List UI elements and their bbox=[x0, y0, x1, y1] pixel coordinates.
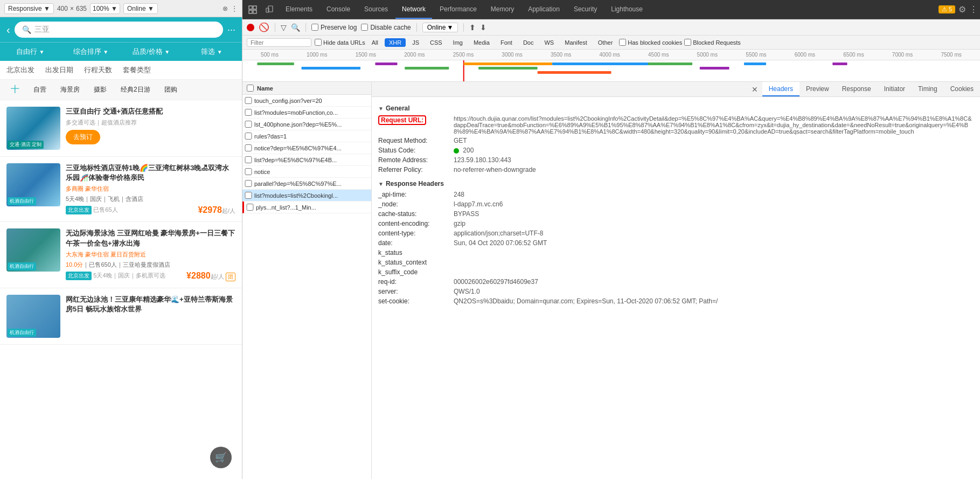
tag-classic-2day[interactable]: 经典2日游 bbox=[116, 84, 155, 95]
back-button[interactable]: ‹ bbox=[6, 24, 10, 36]
req-checkbox-6[interactable] bbox=[245, 168, 252, 175]
settings-icon[interactable]: ⚙ bbox=[958, 4, 966, 15]
select-all-checkbox[interactable] bbox=[247, 85, 254, 92]
filter-tab-sort[interactable]: 综合排序 ▼ bbox=[60, 43, 121, 61]
filter-input[interactable] bbox=[247, 38, 311, 47]
more-options-icon[interactable]: ⋮ bbox=[231, 5, 238, 12]
req-checkbox-5[interactable] bbox=[245, 156, 252, 163]
filter-btn-font[interactable]: Font bbox=[496, 38, 517, 47]
request-row-3[interactable]: rules?das=1 bbox=[242, 130, 371, 142]
filter-btn-css[interactable]: CSS bbox=[426, 38, 447, 47]
request-row-4[interactable]: notice?dep=%E5%8C%97%E4... bbox=[242, 142, 371, 154]
request-row-1[interactable]: list?modules=mobFunction,co... bbox=[242, 107, 371, 119]
download-icon[interactable]: ⬇ bbox=[480, 23, 486, 32]
hide-data-urls-checkbox[interactable] bbox=[315, 39, 322, 46]
record-button[interactable] bbox=[247, 24, 254, 31]
req-checkbox-1[interactable] bbox=[245, 109, 252, 116]
ruler-mark-1000: 1000 ms bbox=[307, 52, 327, 58]
has-blocked-cookies-checkbox[interactable] bbox=[619, 39, 626, 46]
blocked-requests-checkbox[interactable] bbox=[684, 39, 691, 46]
zoom-selector[interactable]: 100% ▼ bbox=[90, 3, 120, 14]
tag-add[interactable]: 十 bbox=[6, 83, 24, 96]
book-button-1[interactable]: 去预订 bbox=[66, 130, 100, 144]
preserve-log-label[interactable]: Preserve log bbox=[311, 24, 357, 31]
inspect-icon[interactable] bbox=[245, 0, 261, 19]
has-blocked-cookies-label[interactable]: Has blocked cookies bbox=[619, 39, 682, 46]
tab-application[interactable]: Application bbox=[522, 0, 566, 19]
price-unit-3: 起/人 bbox=[211, 273, 224, 280]
filter-tab-filter[interactable]: 筛选 ▼ bbox=[182, 43, 242, 61]
req-checkbox-7[interactable] bbox=[245, 180, 252, 187]
tab-lighthouse[interactable]: Lighthouse bbox=[604, 0, 649, 19]
search-icon[interactable]: 🔍 bbox=[291, 23, 300, 32]
product-card-2: 机酒自由行 三亚地标性酒店亚特1晚🌈三亚湾红树林3晚🏖双湾水乐园🎢体验奢华价格亲… bbox=[0, 157, 242, 222]
detail-tab-response[interactable]: Response bbox=[836, 82, 878, 96]
request-row-0[interactable]: touch_config.json?ver=20 bbox=[242, 95, 371, 107]
detail-tab-headers[interactable]: Headers bbox=[762, 82, 800, 96]
req-checkbox-8[interactable] bbox=[245, 192, 252, 199]
preserve-log-checkbox[interactable] bbox=[311, 24, 318, 31]
disable-cache-label[interactable]: Disable cache bbox=[361, 24, 411, 31]
tag-photo[interactable]: 摄影 bbox=[89, 84, 111, 95]
tab-network[interactable]: Network bbox=[395, 0, 432, 19]
online-button[interactable]: Online ▼ bbox=[422, 23, 458, 32]
filter-btn-all[interactable]: All bbox=[367, 38, 383, 47]
request-row-8[interactable]: list?modules=list%2Cbookingl... bbox=[242, 190, 371, 202]
detail-close-button[interactable]: ✕ bbox=[747, 82, 762, 96]
sub-filter-package[interactable]: 套餐类型 bbox=[123, 65, 151, 75]
filter-icon[interactable]: ▽ bbox=[281, 23, 287, 32]
toolbar-separator-2 bbox=[305, 23, 306, 32]
responsive-selector[interactable]: Responsive ▼ bbox=[4, 3, 54, 14]
request-row-5[interactable]: list?dep=%E5%8C%97%E4B... bbox=[242, 154, 371, 166]
request-row-9[interactable]: plys...nt_list?...1_Min... bbox=[242, 202, 371, 213]
hide-data-urls-label[interactable]: Hide data URLs bbox=[315, 39, 365, 46]
req-checkbox-2[interactable] bbox=[245, 121, 252, 128]
req-checkbox-4[interactable] bbox=[245, 144, 252, 151]
tag-self-op[interactable]: 自营 bbox=[29, 84, 51, 95]
req-checkbox-9[interactable] bbox=[246, 204, 254, 211]
detail-tab-cookies[interactable]: Cookies bbox=[944, 82, 980, 96]
detail-tab-preview[interactable]: Preview bbox=[800, 82, 836, 96]
tab-performance[interactable]: Performance bbox=[433, 0, 483, 19]
tag-sea-view[interactable]: 海景房 bbox=[56, 84, 84, 95]
filter-btn-other[interactable]: Other bbox=[594, 38, 617, 47]
request-row-7[interactable]: parallel?dep=%E5%8C%97%E... bbox=[242, 178, 371, 190]
filter-btn-xhr[interactable]: XHR bbox=[385, 38, 406, 47]
cart-button[interactable]: 🛒 bbox=[210, 447, 232, 468]
blocked-requests-label[interactable]: Blocked Requests bbox=[684, 39, 741, 46]
devtools-more-icon[interactable]: ⋮ bbox=[969, 4, 978, 15]
filter-btn-ws[interactable]: WS bbox=[540, 38, 558, 47]
request-row-2[interactable]: lst_400phone.json?dep=%E5%... bbox=[242, 119, 371, 130]
online-selector[interactable]: Online ▼ bbox=[123, 3, 158, 14]
tab-security[interactable]: Security bbox=[567, 0, 603, 19]
general-toggle[interactable]: ▼ bbox=[378, 106, 384, 112]
req-checkbox-0[interactable] bbox=[245, 97, 252, 104]
sub-filter-date[interactable]: 出发日期 bbox=[45, 65, 73, 75]
req-checkbox-3[interactable] bbox=[245, 133, 252, 140]
tab-console[interactable]: Console bbox=[320, 0, 357, 19]
tab-memory[interactable]: Memory bbox=[484, 0, 520, 19]
filter-tab-quality[interactable]: 品质/价格 ▼ bbox=[121, 43, 182, 61]
filter-tab-free-travel[interactable]: 自由行 ▼ bbox=[0, 43, 60, 61]
filter-btn-js[interactable]: JS bbox=[408, 38, 423, 47]
filter-btn-img[interactable]: Img bbox=[449, 38, 467, 47]
filter-btn-media[interactable]: Media bbox=[469, 38, 494, 47]
device-toggle-icon[interactable] bbox=[262, 0, 278, 19]
search-bar[interactable]: 🔍 三亚 bbox=[15, 22, 223, 38]
resp-header-set-cookie: set-cookie: QN2OS=s%3Dbaidu; Domain=quna… bbox=[378, 296, 974, 306]
request-row-6[interactable]: notice bbox=[242, 166, 371, 178]
disable-cache-checkbox[interactable] bbox=[361, 24, 368, 31]
tag-group[interactable]: 团购 bbox=[160, 84, 182, 95]
tab-sources[interactable]: Sources bbox=[358, 0, 394, 19]
more-button[interactable]: ··· bbox=[227, 24, 235, 36]
detail-tab-initiator[interactable]: Initiator bbox=[878, 82, 912, 96]
filter-btn-manifest[interactable]: Manifest bbox=[560, 38, 592, 47]
tab-elements[interactable]: Elements bbox=[279, 0, 319, 19]
upload-icon[interactable]: ⬆ bbox=[469, 23, 476, 32]
clear-button[interactable]: 🚫 bbox=[259, 22, 269, 32]
filter-btn-doc[interactable]: Doc bbox=[519, 38, 538, 47]
sub-filter-days[interactable]: 行程天数 bbox=[84, 65, 112, 75]
response-headers-toggle[interactable]: ▼ bbox=[378, 181, 384, 187]
sub-filter-beijing[interactable]: 北京出发 bbox=[6, 65, 34, 75]
detail-tab-timing[interactable]: Timing bbox=[912, 82, 944, 96]
